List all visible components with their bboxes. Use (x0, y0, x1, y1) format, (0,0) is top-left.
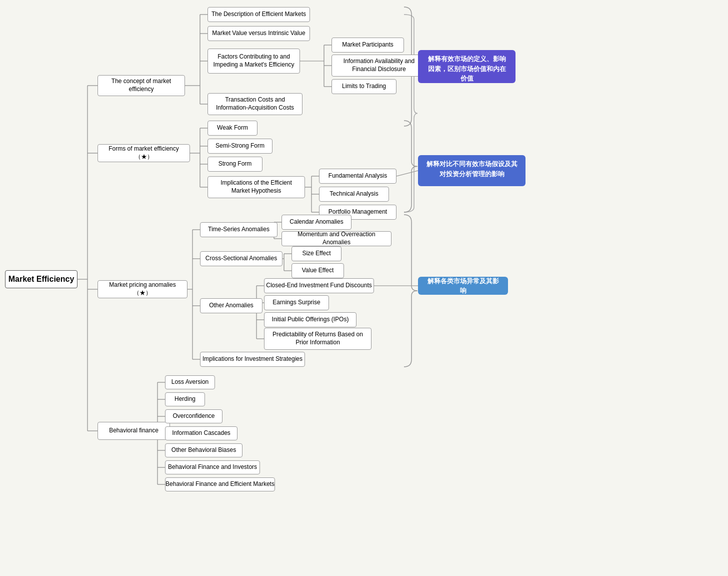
weakform-node: Weak Form (208, 121, 258, 136)
mktpart-node: Market Participants (332, 38, 404, 53)
timeseries-node: Time-Series Anomalies (200, 222, 278, 237)
factors-node: Factors Contributing to and Impeding a M… (208, 49, 300, 74)
bfinv-node: Behavioral Finance and Investors (165, 460, 260, 474)
ipo-node: Initial Public Offerings (IPOs) (264, 312, 356, 327)
infocascades-node: Information Cascades (165, 426, 238, 440)
crosssect-node: Cross-Sectional Anomalies (200, 251, 282, 266)
mind-map-canvas: Market Efficiency The concept of market … (0, 0, 728, 576)
root-node: Market Efficiency (5, 270, 78, 288)
behavioral-node: Behavioral finance (98, 422, 170, 440)
implinvest-node: Implications for Investment Strategies (200, 352, 305, 367)
limitstrading-node: Limits to Trading (332, 79, 396, 94)
concept-node: The concept of market efficiency (98, 75, 185, 96)
predreturn-node: Predictability of Returns Based on Prior… (264, 328, 372, 350)
callout-3: 解释各类市场异常及其影响 (418, 277, 508, 295)
callout-1: 解释有效市场的定义、影响因素，区别市场价值和内在价值 (418, 50, 516, 83)
infoavail-node: Information Availability and Financial D… (332, 55, 426, 77)
momanom-node: Momentum and Overreaction Anomalies (282, 231, 392, 246)
emh-node: Implications of the Efficient Market Hyp… (208, 176, 305, 198)
anomalies-node: Market pricing anomalies（★） (98, 280, 188, 298)
herding-node: Herding (165, 392, 205, 406)
otherbias-node: Other Behavioral Biases (165, 443, 242, 457)
techanalysis-node: Technical Analysis (319, 187, 389, 202)
semiform-node: Semi-Strong Form (208, 139, 272, 154)
strongform-node: Strong Form (208, 157, 262, 172)
fundanalysis-node: Fundamental Analysis (319, 169, 396, 184)
callout-2: 解释对比不同有效市场假设及其对投资分析管理的影响 (418, 155, 526, 186)
calanom-node: Calendar Anomalies (282, 215, 352, 230)
forms-node: Forms of market efficiency（★） (98, 144, 190, 162)
lossaversion-node: Loss Aversion (165, 375, 215, 389)
closedend-node: Closed-End Investment Fund Discounts (264, 278, 374, 293)
overconf-node: Overconfidence (165, 409, 222, 423)
valueeff-node: Value Effect (292, 263, 344, 278)
earnsurp-node: Earnings Surprise (264, 295, 329, 310)
txcosts-node: Transaction Costs and Information-Acquis… (208, 93, 302, 115)
sizeeff-node: Size Effect (292, 246, 342, 261)
otheranom-node: Other Anomalies (200, 298, 262, 313)
mviv-node: Market Value versus Intrinsic Value (208, 26, 310, 41)
bfmkt-node: Behavioral Finance and Efficient Markets (165, 477, 275, 491)
desc-node: The Description of Efficient Markets (208, 7, 310, 22)
